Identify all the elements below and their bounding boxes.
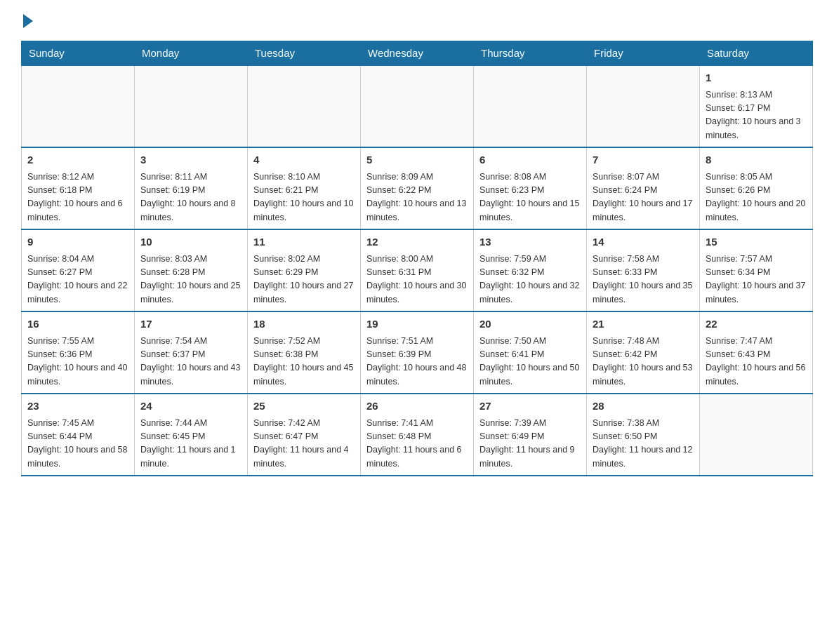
- calendar-cell: 13Sunrise: 7:59 AMSunset: 6:32 PMDayligh…: [474, 229, 587, 311]
- day-number: 4: [253, 152, 355, 168]
- day-info: Sunrise: 8:07 AMSunset: 6:24 PMDaylight:…: [593, 170, 694, 225]
- calendar-cell: 7Sunrise: 8:07 AMSunset: 6:24 PMDaylight…: [587, 147, 700, 229]
- day-number: 12: [366, 234, 468, 250]
- column-header-tuesday: Tuesday: [248, 41, 361, 66]
- calendar-cell: [135, 65, 248, 147]
- day-info: Sunrise: 8:10 AMSunset: 6:21 PMDaylight:…: [253, 170, 355, 225]
- column-header-friday: Friday: [587, 41, 700, 66]
- calendar-cell: 2Sunrise: 8:12 AMSunset: 6:18 PMDaylight…: [22, 147, 135, 229]
- calendar-cell: 22Sunrise: 7:47 AMSunset: 6:43 PMDayligh…: [700, 311, 813, 394]
- calendar-cell: 27Sunrise: 7:39 AMSunset: 6:49 PMDayligh…: [474, 394, 587, 476]
- calendar-cell: 18Sunrise: 7:52 AMSunset: 6:38 PMDayligh…: [248, 311, 361, 394]
- day-number: 18: [253, 316, 355, 333]
- calendar-cell: [700, 394, 813, 476]
- day-info: Sunrise: 7:42 AMSunset: 6:47 PMDaylight:…: [253, 417, 355, 471]
- day-number: 19: [366, 316, 468, 333]
- day-number: 20: [479, 316, 581, 333]
- day-info: Sunrise: 7:54 AMSunset: 6:37 PMDaylight:…: [140, 335, 241, 389]
- day-info: Sunrise: 7:41 AMSunset: 6:48 PMDaylight:…: [366, 417, 468, 471]
- calendar-week-row: 2Sunrise: 8:12 AMSunset: 6:18 PMDaylight…: [22, 147, 813, 229]
- calendar-cell: 15Sunrise: 7:57 AMSunset: 6:34 PMDayligh…: [700, 229, 813, 311]
- calendar-cell: 11Sunrise: 8:02 AMSunset: 6:29 PMDayligh…: [248, 229, 361, 311]
- day-info: Sunrise: 7:48 AMSunset: 6:42 PMDaylight:…: [593, 335, 694, 389]
- day-number: 25: [253, 398, 355, 415]
- calendar-table: SundayMondayTuesdayWednesdayThursdayFrid…: [21, 41, 813, 476]
- column-header-wednesday: Wednesday: [361, 41, 474, 66]
- logo: [21, 14, 34, 28]
- column-header-thursday: Thursday: [474, 41, 587, 66]
- day-number: 5: [366, 152, 468, 168]
- day-info: Sunrise: 7:55 AMSunset: 6:36 PMDaylight:…: [27, 335, 128, 389]
- day-number: 13: [479, 234, 581, 250]
- calendar-cell: 1Sunrise: 8:13 AMSunset: 6:17 PMDaylight…: [700, 65, 813, 147]
- day-info: Sunrise: 7:44 AMSunset: 6:45 PMDaylight:…: [140, 417, 241, 471]
- day-number: 27: [479, 398, 581, 415]
- calendar-cell: 12Sunrise: 8:00 AMSunset: 6:31 PMDayligh…: [361, 229, 474, 311]
- day-number: 28: [593, 398, 694, 415]
- day-number: 10: [140, 234, 241, 250]
- calendar-cell: 10Sunrise: 8:03 AMSunset: 6:28 PMDayligh…: [135, 229, 248, 311]
- calendar-cell: 4Sunrise: 8:10 AMSunset: 6:21 PMDaylight…: [248, 147, 361, 229]
- calendar-week-row: 16Sunrise: 7:55 AMSunset: 6:36 PMDayligh…: [22, 311, 813, 394]
- day-info: Sunrise: 8:00 AMSunset: 6:31 PMDaylight:…: [366, 253, 468, 307]
- day-number: 2: [27, 152, 128, 168]
- day-info: Sunrise: 7:38 AMSunset: 6:50 PMDaylight:…: [593, 417, 694, 471]
- day-number: 22: [706, 316, 807, 333]
- day-info: Sunrise: 8:11 AMSunset: 6:19 PMDaylight:…: [140, 170, 241, 225]
- calendar-cell: 19Sunrise: 7:51 AMSunset: 6:39 PMDayligh…: [361, 311, 474, 394]
- calendar-cell: 6Sunrise: 8:08 AMSunset: 6:23 PMDaylight…: [474, 147, 587, 229]
- calendar-cell: 16Sunrise: 7:55 AMSunset: 6:36 PMDayligh…: [22, 311, 135, 394]
- day-number: 7: [593, 152, 694, 168]
- calendar-cell: 25Sunrise: 7:42 AMSunset: 6:47 PMDayligh…: [248, 394, 361, 476]
- calendar-cell: [248, 65, 361, 147]
- day-number: 8: [706, 152, 807, 168]
- column-header-sunday: Sunday: [22, 41, 135, 66]
- day-info: Sunrise: 7:59 AMSunset: 6:32 PMDaylight:…: [479, 253, 581, 307]
- day-info: Sunrise: 8:08 AMSunset: 6:23 PMDaylight:…: [479, 170, 581, 225]
- day-info: Sunrise: 8:02 AMSunset: 6:29 PMDaylight:…: [253, 253, 355, 307]
- day-info: Sunrise: 7:47 AMSunset: 6:43 PMDaylight:…: [706, 335, 807, 389]
- day-info: Sunrise: 8:09 AMSunset: 6:22 PMDaylight:…: [366, 170, 468, 225]
- calendar-cell: [361, 65, 474, 147]
- day-number: 14: [593, 234, 694, 250]
- calendar-cell: [22, 65, 135, 147]
- logo-arrow-icon: [23, 14, 33, 28]
- calendar-header-row: SundayMondayTuesdayWednesdayThursdayFrid…: [22, 41, 813, 66]
- calendar-cell: 23Sunrise: 7:45 AMSunset: 6:44 PMDayligh…: [22, 394, 135, 476]
- calendar-cell: 14Sunrise: 7:58 AMSunset: 6:33 PMDayligh…: [587, 229, 700, 311]
- day-number: 6: [479, 152, 581, 168]
- day-info: Sunrise: 8:03 AMSunset: 6:28 PMDaylight:…: [140, 253, 241, 307]
- day-number: 3: [140, 152, 241, 168]
- calendar-cell: [587, 65, 700, 147]
- day-number: 16: [27, 316, 128, 333]
- day-number: 11: [253, 234, 355, 250]
- calendar-cell: 28Sunrise: 7:38 AMSunset: 6:50 PMDayligh…: [587, 394, 700, 476]
- day-info: Sunrise: 8:12 AMSunset: 6:18 PMDaylight:…: [27, 170, 128, 225]
- day-number: 17: [140, 316, 241, 333]
- calendar-cell: 26Sunrise: 7:41 AMSunset: 6:48 PMDayligh…: [361, 394, 474, 476]
- day-number: 9: [27, 234, 128, 250]
- day-info: Sunrise: 8:04 AMSunset: 6:27 PMDaylight:…: [27, 253, 128, 307]
- calendar-cell: 5Sunrise: 8:09 AMSunset: 6:22 PMDaylight…: [361, 147, 474, 229]
- calendar-cell: [474, 65, 587, 147]
- page-header: [21, 14, 813, 28]
- calendar-cell: 20Sunrise: 7:50 AMSunset: 6:41 PMDayligh…: [474, 311, 587, 394]
- column-header-saturday: Saturday: [700, 41, 813, 66]
- day-info: Sunrise: 7:52 AMSunset: 6:38 PMDaylight:…: [253, 335, 355, 389]
- day-number: 24: [140, 398, 241, 415]
- day-info: Sunrise: 7:45 AMSunset: 6:44 PMDaylight:…: [27, 417, 128, 471]
- calendar-cell: 17Sunrise: 7:54 AMSunset: 6:37 PMDayligh…: [135, 311, 248, 394]
- calendar-cell: 24Sunrise: 7:44 AMSunset: 6:45 PMDayligh…: [135, 394, 248, 476]
- day-info: Sunrise: 7:39 AMSunset: 6:49 PMDaylight:…: [479, 417, 581, 471]
- calendar-week-row: 23Sunrise: 7:45 AMSunset: 6:44 PMDayligh…: [22, 394, 813, 476]
- calendar-week-row: 9Sunrise: 8:04 AMSunset: 6:27 PMDaylight…: [22, 229, 813, 311]
- column-header-monday: Monday: [135, 41, 248, 66]
- calendar-cell: 9Sunrise: 8:04 AMSunset: 6:27 PMDaylight…: [22, 229, 135, 311]
- day-number: 21: [593, 316, 694, 333]
- day-info: Sunrise: 7:57 AMSunset: 6:34 PMDaylight:…: [706, 253, 807, 307]
- calendar-cell: 21Sunrise: 7:48 AMSunset: 6:42 PMDayligh…: [587, 311, 700, 394]
- day-info: Sunrise: 7:50 AMSunset: 6:41 PMDaylight:…: [479, 335, 581, 389]
- calendar-cell: 3Sunrise: 8:11 AMSunset: 6:19 PMDaylight…: [135, 147, 248, 229]
- day-number: 15: [706, 234, 807, 250]
- day-info: Sunrise: 7:58 AMSunset: 6:33 PMDaylight:…: [593, 253, 694, 307]
